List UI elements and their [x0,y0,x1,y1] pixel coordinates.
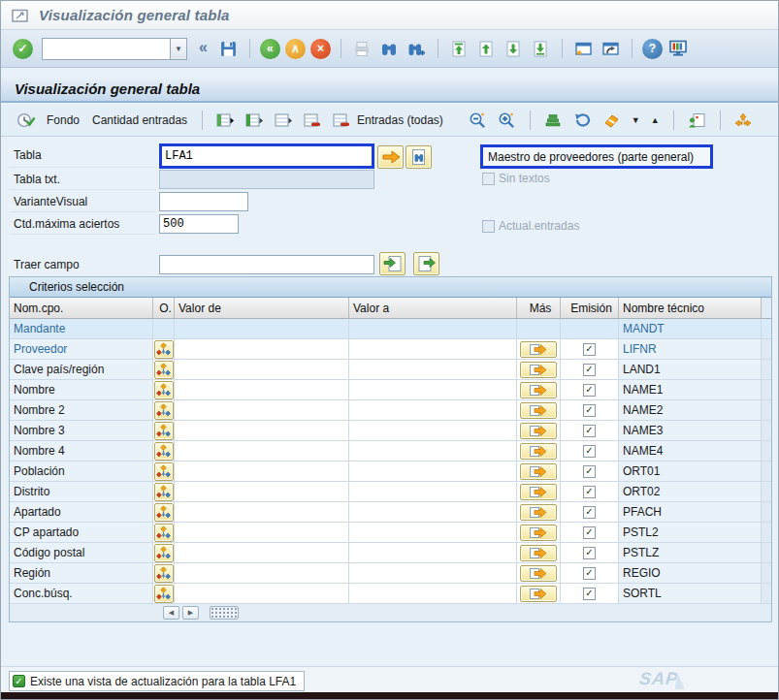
actual-entradas-checkbox[interactable] [482,220,495,233]
expand-down-button[interactable]: ▼ [630,115,642,125]
value-from-cell[interactable] [175,441,349,461]
selection-options-button[interactable] [154,361,174,379]
selection-options-button[interactable] [154,381,174,399]
collapse-up-button[interactable]: ▲ [649,115,662,125]
more-options-button[interactable] [520,565,557,582]
output-checkbox[interactable]: ✓ [583,588,596,600]
insert-all-fields-button[interactable] [413,252,439,275]
find-button[interactable] [378,38,401,60]
selection-options-button[interactable] [154,483,174,501]
new-session-button[interactable] [572,38,595,60]
scroll-right-button[interactable]: ▶ [182,606,199,620]
back-button[interactable]: « [260,39,280,59]
value-to-cell[interactable] [349,339,517,360]
selection-options-button[interactable] [154,544,174,562]
value-to-cell[interactable] [349,421,517,441]
execute-background-button[interactable] [15,110,37,132]
value-from-cell[interactable] [175,461,349,482]
last-page-button[interactable] [530,38,552,60]
up-button[interactable]: ∧ [285,39,306,59]
more-options-button[interactable] [520,341,557,358]
value-to-cell[interactable] [349,543,517,563]
tabla-input[interactable] [159,143,374,169]
zoom-out-button[interactable] [467,110,489,132]
value-from-cell[interactable] [175,563,349,584]
more-options-button[interactable] [520,545,557,561]
more-options-button[interactable] [520,362,557,378]
erase-button[interactable] [600,110,623,132]
command-dropdown-button[interactable]: ▼ [170,39,186,59]
output-checkbox[interactable]: ✓ [583,384,596,397]
create-shortcut-button[interactable] [600,38,622,60]
more-options-button[interactable] [520,586,557,602]
value-to-cell[interactable] [349,584,517,604]
output-checkbox[interactable]: ✓ [583,547,596,559]
exit-button[interactable]: × [310,39,331,59]
selection-options-button[interactable] [154,585,174,603]
selection-options-button[interactable] [154,401,174,420]
more-options-button[interactable] [520,504,557,521]
output-checkbox[interactable]: ✓ [583,445,596,458]
goto-table-button[interactable] [377,145,404,169]
other-object-button[interactable] [732,110,755,132]
output-checkbox[interactable]: ✓ [583,486,596,498]
sort-button[interactable] [542,110,565,132]
value-from-cell[interactable] [175,543,349,563]
value-to-cell[interactable] [349,502,517,523]
more-options-button[interactable] [520,443,557,460]
scrollbar-thumb[interactable] [210,606,239,620]
output-checkbox[interactable]: ✓ [583,506,596,519]
more-options-button[interactable] [520,402,557,419]
value-from-cell[interactable] [175,482,349,502]
cantidad-entradas-button[interactable]: Cantidad entradas [89,113,190,127]
value-from-cell[interactable] [175,360,349,380]
output-checkbox[interactable]: ✓ [583,425,596,437]
more-options-button[interactable] [520,382,557,398]
value-to-cell[interactable] [349,482,517,502]
value-to-cell[interactable] [349,461,517,482]
value-from-cell[interactable] [175,380,349,400]
selection-options-button[interactable] [154,422,174,440]
selection-options-button[interactable] [154,462,174,481]
entries-all-icon-button[interactable] [331,110,353,132]
sin-textos-checkbox[interactable] [482,173,495,185]
output-checkbox[interactable]: ✓ [583,465,596,478]
print-button[interactable] [351,38,373,60]
collapse-command-chevron[interactable]: « [199,39,208,56]
value-to-cell[interactable] [349,400,517,421]
more-options-button[interactable] [520,423,557,439]
zoom-in-button[interactable] [496,110,518,132]
customize-layout-button[interactable] [667,38,690,60]
value-to-cell[interactable] [349,563,517,584]
value-from-cell[interactable] [175,584,349,604]
entradas-todas-button[interactable]: Entradas (todas) [354,113,446,127]
first-page-button[interactable] [448,38,471,60]
find-table-button[interactable] [406,145,432,169]
value-from-cell[interactable] [175,421,349,441]
more-options-button[interactable] [520,463,557,480]
entries-selected-button[interactable] [302,110,324,132]
command-field[interactable]: ▼ [42,38,187,60]
sort-fields-button[interactable] [273,110,295,132]
variante-input[interactable] [159,192,248,211]
help-button[interactable]: ? [642,39,663,59]
max-hits-input[interactable] [159,214,239,234]
fields-for-selection-button[interactable] [243,110,266,132]
value-to-cell[interactable] [349,360,517,380]
insert-field-button[interactable] [379,252,406,275]
selection-options-button[interactable] [154,503,174,522]
more-options-button[interactable] [520,484,557,500]
more-options-button[interactable] [520,525,557,541]
value-from-cell[interactable] [175,523,349,543]
value-from-cell[interactable] [175,319,349,339]
variant-button[interactable] [686,110,708,132]
value-to-cell[interactable] [349,523,517,543]
undo-button[interactable] [571,110,594,132]
previous-page-button[interactable] [475,38,498,60]
value-from-cell[interactable] [175,339,349,360]
command-input[interactable] [43,39,170,59]
output-checkbox[interactable]: ✓ [583,526,596,539]
output-checkbox[interactable]: ✓ [583,364,596,376]
save-button[interactable] [217,38,240,60]
value-to-cell[interactable] [349,441,517,461]
